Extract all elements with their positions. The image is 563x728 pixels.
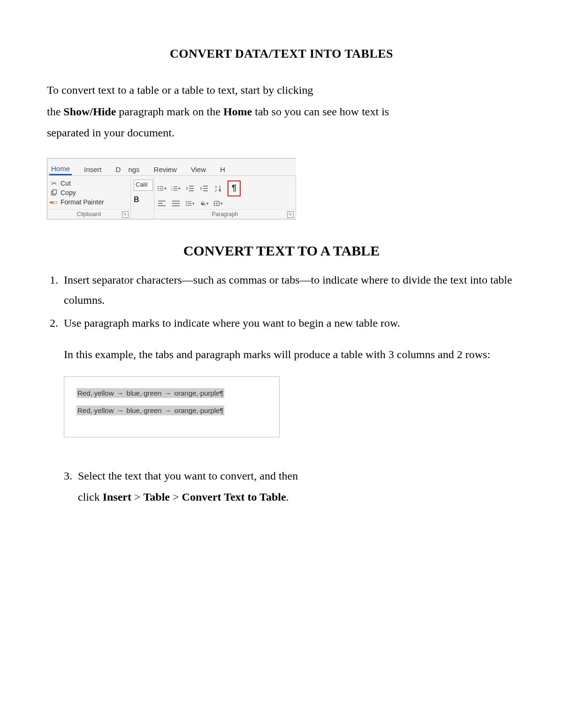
example-cell: Red,·yellow: [77, 389, 114, 397]
line-spacing-button[interactable]: ▾: [185, 199, 195, 208]
list-item: Use paragraph marks to indicate where yo…: [61, 313, 516, 333]
example-cell: Red,·yellow: [77, 406, 114, 414]
numbering-button[interactable]: 123▾: [171, 184, 181, 193]
bullets-button[interactable]: ▾: [157, 184, 167, 193]
insert-label: Insert: [103, 491, 131, 503]
ribbon-tabs: Home Insert D ngs Review View H: [47, 158, 296, 176]
chevron-down-icon: ▾: [206, 201, 209, 206]
intro-line2c: tab so you can see how text is: [252, 105, 389, 118]
tab-review[interactable]: Review: [152, 163, 179, 175]
paragraph-toolbar: ▾ 123▾ AZ: [157, 179, 293, 208]
gt1: >: [131, 491, 144, 503]
intro-line2b: paragraph mark on the: [116, 105, 223, 118]
example-cell: blue,·green: [127, 406, 162, 414]
step3-text-b1: click: [78, 491, 103, 503]
clipboard-title: Clipboard: [47, 209, 130, 219]
font-name-box[interactable]: Calil: [134, 180, 153, 191]
document-page: CONVERT DATA/TEXT INTO TABLES To convert…: [0, 0, 563, 728]
tab-view[interactable]: View: [189, 163, 208, 175]
cut-button[interactable]: ✂ Cut: [50, 179, 128, 188]
tab-truncated-d[interactable]: D: [114, 163, 123, 175]
svg-point-4: [158, 188, 159, 189]
clipboard-dialog-launcher-icon[interactable]: [122, 211, 129, 218]
bold-button[interactable]: B: [134, 195, 151, 204]
svg-text:3: 3: [171, 189, 172, 191]
tab-arrow-icon: →: [117, 389, 124, 397]
align-left-button[interactable]: [157, 199, 167, 208]
paragraph-title-text: Paragraph: [212, 211, 238, 218]
copy-label: Copy: [61, 189, 76, 196]
cut-label: Cut: [61, 180, 71, 187]
group-paragraph: ▾ 123▾ AZ: [154, 176, 296, 219]
example-cell: blue,·green: [127, 389, 162, 397]
scissors-icon: ✂: [50, 180, 58, 187]
svg-point-33: [205, 204, 205, 205]
section-heading: CONVERT TEXT TO A TABLE: [47, 243, 516, 259]
show-hide-pilcrow-button[interactable]: ¶: [228, 180, 241, 196]
format-painter-button[interactable]: 🖌 Format Painter: [50, 197, 128, 207]
chevron-down-icon: ▾: [221, 201, 223, 206]
tab-home[interactable]: Home: [49, 162, 72, 175]
table-label: Table: [144, 491, 170, 503]
svg-rect-1: [53, 190, 56, 194]
tab-arrow-icon: →: [117, 406, 124, 414]
page-title: CONVERT DATA/TEXT INTO TABLES: [47, 47, 516, 61]
group-clipboard: ✂ Cut Copy 🖌 Format Painter Clip: [47, 176, 131, 219]
example-wrap: Red,·yellow→blue,·green→orange,·purple¶ …: [64, 376, 516, 437]
paragraph-title: Paragraph: [154, 209, 296, 219]
ribbon-screenshot: Home Insert D ngs Review View H ✂ Cut: [47, 158, 516, 219]
svg-point-2: [158, 186, 159, 187]
intro-paragraph: To convert text to a table or a table to…: [47, 80, 516, 144]
ribbon-body: ✂ Cut Copy 🖌 Format Painter Clip: [47, 176, 296, 219]
svg-text:Z: Z: [215, 189, 217, 192]
copy-icon: [50, 189, 58, 196]
shading-button[interactable]: ▾: [199, 199, 209, 208]
tab-truncated-ngs[interactable]: ngs: [126, 163, 141, 175]
decrease-indent-button[interactable]: [185, 184, 195, 193]
tab-arrow-icon: →: [165, 406, 172, 414]
align-justify-button[interactable]: [171, 199, 181, 208]
pilcrow-icon: ¶: [232, 183, 236, 193]
tab-truncated-h[interactable]: H: [218, 163, 227, 175]
example-intro: In this example, the tabs and paragraph …: [64, 345, 516, 365]
svg-point-6: [158, 190, 159, 191]
format-painter-label: Format Painter: [61, 198, 104, 206]
tab-arrow-icon: →: [165, 389, 172, 397]
step3-number: 3.: [64, 470, 72, 482]
sort-button[interactable]: AZ: [213, 184, 223, 193]
example-cell: orange,·purple¶: [175, 406, 224, 414]
example-line-1: Red,·yellow→blue,·green→orange,·purple¶: [76, 388, 224, 398]
dot: .: [286, 491, 289, 503]
list-item: Insert separator characters—such as comm…: [61, 270, 516, 310]
intro-line2a: the: [47, 105, 63, 118]
copy-button[interactable]: Copy: [50, 188, 128, 197]
example-cell: orange,·purple¶: [175, 389, 224, 397]
example-box: Red,·yellow→blue,·green→orange,·purple¶ …: [64, 376, 280, 437]
numbered-list: Insert separator characters—such as comm…: [47, 270, 516, 334]
chevron-down-icon: ▾: [164, 186, 167, 191]
step3-text-a: Select the text that you want to convert…: [78, 470, 298, 482]
intro-line1: To convert text to a table or a table to…: [47, 84, 313, 96]
paragraph-dialog-launcher-icon[interactable]: [287, 211, 294, 218]
intro-line3: separated in your document.: [47, 127, 175, 139]
convert-text-to-table-label: Convert Text to Table: [182, 491, 286, 503]
chevron-down-icon: ▾: [192, 201, 195, 206]
ribbon: Home Insert D ngs Review View H ✂ Cut: [47, 158, 296, 219]
tab-insert[interactable]: Insert: [82, 163, 104, 175]
svg-text:A: A: [215, 185, 217, 189]
step-3: 3. Select the text that you want to conv…: [64, 465, 516, 508]
group-font: Calil B: [131, 176, 154, 219]
home-tab-label: Home: [223, 105, 252, 118]
borders-button[interactable]: ▾: [213, 199, 223, 208]
example-line-2: Red,·yellow→blue,·green→orange,·purple¶: [76, 405, 224, 415]
show-hide-label: Show/Hide: [63, 105, 116, 118]
format-painter-icon: 🖌: [49, 196, 60, 207]
clipboard-title-text: Clipboard: [77, 211, 101, 218]
chevron-down-icon: ▾: [178, 186, 181, 191]
increase-indent-button[interactable]: [199, 184, 209, 193]
gt2: >: [170, 491, 182, 503]
